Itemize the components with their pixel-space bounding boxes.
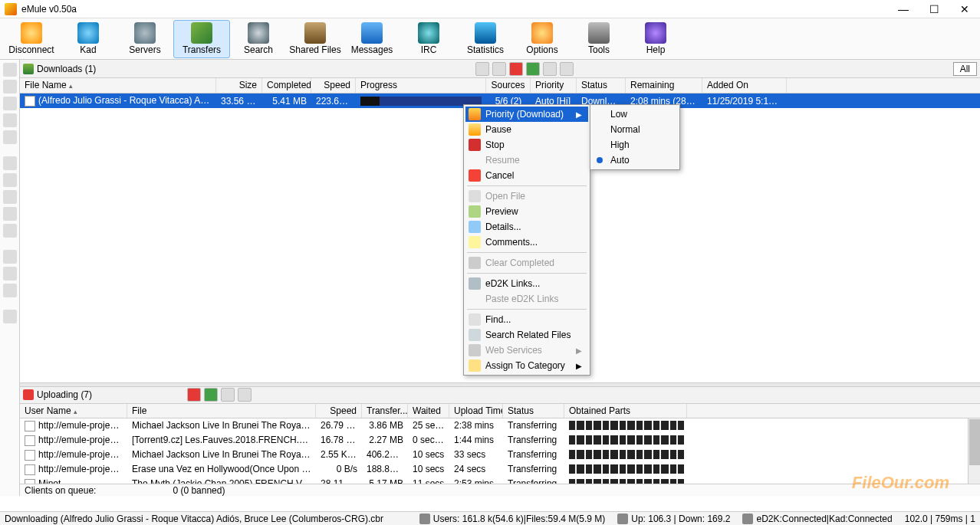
priority-option[interactable]: Normal [592,122,678,137]
sidebar-button[interactable] [3,113,17,127]
app-icon [5,3,17,15]
selected-dot [597,157,603,163]
menu-item[interactable]: Assign To Category▶ [465,358,588,373]
menu-item: Web Services▶ [465,343,588,358]
menu-icon[interactable] [560,62,574,76]
menu-icon [469,139,481,151]
toolbar-options-button[interactable]: Options [514,20,571,58]
col-completed[interactable]: Completed [262,78,311,93]
col-speed[interactable]: Speed [311,78,356,93]
col-sources[interactable]: Sources [486,78,531,93]
toolbar-servers-button[interactable]: Servers [117,20,173,58]
maximize-button[interactable]: ☐ [919,1,949,18]
sidebar-button[interactable] [3,250,17,264]
obtained-parts-bar [569,421,684,430]
main-toolbar: DisconnectKadServersTransfersSearchShare… [0,18,980,60]
toolbar-search-button[interactable]: Search [230,20,287,58]
priority-submenu: LowNormalHighAuto [590,104,680,170]
col-status[interactable]: Status [577,78,626,93]
menu-icon[interactable] [238,388,252,402]
sidebar-button[interactable] [3,224,17,238]
upload-row[interactable]: http://emule-project.net[Torrent9.cz] Le… [20,433,980,448]
menu-item[interactable]: Preview [465,204,588,219]
sidebar-button[interactable] [3,190,17,204]
menu-item: Open File [465,189,588,204]
menu-item[interactable]: Stop [465,137,588,153]
col-status[interactable]: Status [503,404,564,418]
sidebar-button[interactable] [3,173,17,187]
sidebar-button[interactable] [3,156,17,170]
view-button[interactable] [475,62,489,76]
col-transfer[interactable]: Transfer... [362,404,408,418]
menu-item[interactable]: eD2K Links... [465,276,588,291]
menu-item: Resume [465,153,588,168]
col-obtained[interactable]: Obtained Parts [564,404,687,418]
col-speed[interactable]: Speed [316,404,362,418]
help-icon [645,22,666,44]
action-down-icon[interactable] [526,62,540,76]
action-down-icon[interactable] [204,388,218,402]
refresh-icon[interactable] [221,388,235,402]
action-up-icon[interactable] [187,388,201,402]
irc-icon [418,22,439,44]
upload-row[interactable]: MinetThe Myth (Jackie Chan 2005) FRENCH … [20,477,980,484]
col-remaining[interactable]: Remaining [626,78,702,93]
toolbar-transfers-button[interactable]: Transfers [173,20,230,58]
uploads-label: Uploading (7) [37,389,92,400]
kad-icon [77,22,99,44]
sidebar-button[interactable] [3,97,17,110]
priority-option[interactable]: Auto [592,153,678,168]
sidebar-button[interactable] [3,80,17,94]
upload-row[interactable]: http://emule-project.netErase una Vez en… [20,462,980,477]
toolbar-help-button[interactable]: Help [627,20,684,58]
toolbar-stats-button[interactable]: Statistics [457,20,514,58]
col-addedon[interactable]: Added On [702,78,787,93]
col-file[interactable]: File [127,404,316,418]
refresh-icon[interactable] [543,62,557,76]
toolbar-shared-button[interactable]: Shared Files [287,20,344,58]
priority-option[interactable]: Low [592,107,678,122]
col-username[interactable]: User Name▴ [20,404,127,418]
close-button[interactable]: ✕ [949,1,980,18]
menu-item: Paste eD2K Links [465,291,588,307]
disconnect-icon [21,22,42,44]
scrollbar[interactable] [968,418,980,484]
sidebar-button[interactable] [3,130,17,144]
col-waited[interactable]: Waited [408,404,449,418]
menu-item[interactable]: Find... [465,312,588,327]
sidebar-button[interactable] [3,63,17,77]
sidebar-button[interactable] [3,207,17,221]
obtained-parts-bar [569,435,684,445]
category-all-button[interactable]: All [953,62,977,76]
menu-icon [469,236,481,248]
menu-item[interactable]: Comments... [465,235,588,250]
menu-item[interactable]: Pause [465,122,588,137]
sidebar-button[interactable] [3,310,17,323]
uploads-icon [23,389,34,400]
col-filename[interactable]: File Name▴ [20,78,216,93]
obtained-parts-bar [569,464,684,474]
minimize-button[interactable]: — [888,1,919,18]
sidebar-button[interactable] [3,284,17,297]
toolbar-tools-button[interactable]: Tools [571,20,627,58]
col-priority[interactable]: Priority [531,78,577,93]
action-up-icon[interactable] [509,62,523,76]
col-size[interactable]: Size [216,78,262,93]
menu-item[interactable]: Priority (Download)▶ [465,107,588,122]
toolbar-irc-button[interactable]: IRC [400,20,457,58]
menu-item[interactable]: Cancel [465,168,588,183]
priority-option[interactable]: High [592,137,678,153]
col-progress[interactable]: Progress [356,78,486,93]
menu-item[interactable]: Search Related Files [465,327,588,343]
toolbar-messages-button[interactable]: Messages [344,20,400,58]
sidebar-button[interactable] [3,267,17,281]
upload-row[interactable]: http://emule-project.netMichael Jackson … [20,418,980,433]
col-uploadtime[interactable]: Upload Time [449,404,503,418]
window-title: eMule v0.50a [21,4,77,15]
toolbar-disconnect-button[interactable]: Disconnect [3,20,60,58]
status-users: Users: 161.8 k(54.6 k)|Files:59.4 M(5.9 … [433,514,606,524]
toolbar-kad-button[interactable]: Kad [60,20,117,58]
upload-row[interactable]: http://emule-project.netMichael Jackson … [20,448,980,462]
view-button[interactable] [492,62,506,76]
menu-item[interactable]: Details... [465,219,588,235]
